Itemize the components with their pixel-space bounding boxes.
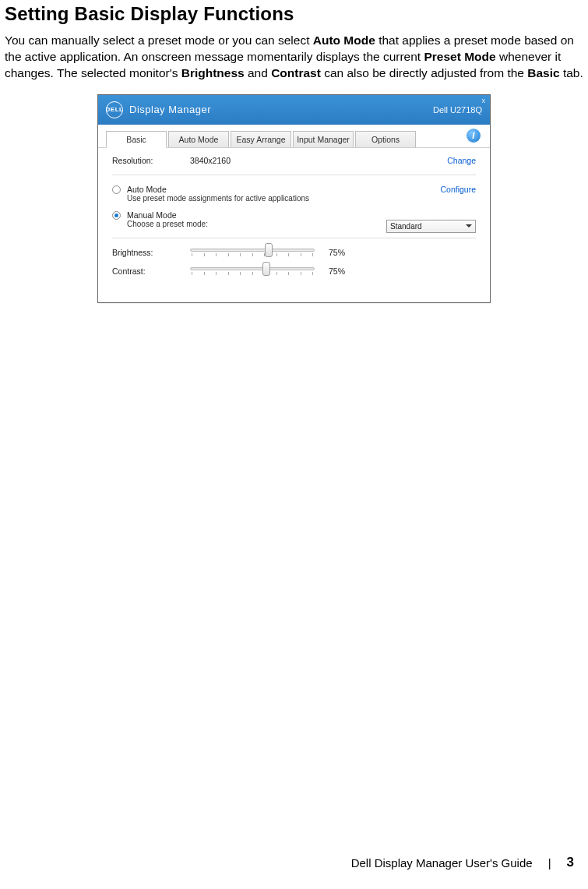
title-bar: DELL Display Manager Dell U2718Q x — [98, 95, 490, 125]
auto-mode-subtitle: Use preset mode assignments for active a… — [127, 194, 309, 203]
contrast-label: Contrast: — [112, 266, 190, 276]
change-resolution-link[interactable]: Change — [447, 156, 476, 165]
contrast-row: Contrast: 75% — [112, 266, 476, 276]
tab-easy-arrange[interactable]: Easy Arrange — [231, 131, 291, 147]
preset-mode-term: Preset Mode — [424, 50, 495, 63]
auto-mode-title: Auto Mode — [127, 185, 309, 194]
chevron-down-icon — [466, 224, 472, 228]
basic-term: Basic — [527, 66, 559, 79]
manual-mode-radio[interactable] — [112, 211, 121, 220]
intro-text: You can manually select a preset mode or… — [5, 34, 313, 47]
dell-logo-icon: DELL — [106, 101, 123, 118]
close-icon[interactable]: x — [482, 97, 486, 104]
manual-mode-option: Manual Mode Choose a preset mode: Standa… — [112, 210, 476, 228]
contrast-thumb[interactable] — [262, 262, 270, 276]
section-heading: Setting Basic Display Functions — [5, 3, 583, 25]
tab-bar: Basic Auto Mode Easy Arrange Input Manag… — [98, 125, 490, 148]
intro-paragraph: You can manually select a preset mode or… — [5, 33, 583, 82]
intro-text: tab. — [560, 66, 583, 79]
basic-panel: Resolution: 3840x2160 Change Auto Mode U… — [98, 148, 490, 302]
brightness-value: 75% — [329, 248, 345, 257]
preset-mode-select[interactable]: Standard — [386, 220, 476, 233]
contrast-value: 75% — [329, 266, 345, 276]
brightness-label: Brightness: — [112, 248, 190, 257]
contrast-slider[interactable] — [190, 267, 315, 275]
separator — [112, 238, 476, 238]
footer-guide-title: Dell Display Manager User's Guide — [351, 856, 533, 870]
contrast-term: Contrast — [271, 66, 321, 79]
manual-mode-title: Manual Mode — [127, 210, 208, 220]
brightness-row: Brightness: 75% — [112, 248, 476, 257]
tab-input-manager[interactable]: Input Manager — [293, 131, 354, 147]
app-title: Display Manager — [129, 104, 211, 115]
brightness-thumb[interactable] — [265, 243, 273, 257]
brightness-term: Brightness — [181, 66, 245, 79]
preset-mode-selected: Standard — [390, 222, 422, 231]
auto-mode-radio[interactable] — [112, 185, 121, 194]
brightness-slider[interactable] — [190, 249, 315, 256]
separator — [112, 175, 476, 175]
intro-text: and — [245, 66, 271, 79]
tab-auto-mode[interactable]: Auto Mode — [168, 131, 229, 147]
page-number: 3 — [567, 855, 574, 870]
page-footer: Dell Display Manager User's Guide | 3 — [351, 855, 574, 870]
tab-basic[interactable]: Basic — [106, 131, 167, 148]
footer-divider: | — [548, 856, 551, 870]
resolution-label: Resolution: — [112, 156, 190, 165]
intro-text: can also be directly adjusted from the — [321, 66, 527, 79]
auto-mode-term: Auto Mode — [313, 34, 375, 47]
auto-mode-option: Auto Mode Use preset mode assignments fo… — [112, 185, 476, 203]
app-window: DELL Display Manager Dell U2718Q x Basic… — [97, 94, 491, 303]
resolution-row: Resolution: 3840x2160 Change — [112, 156, 476, 165]
manual-mode-subtitle: Choose a preset mode: — [127, 220, 208, 228]
tab-options[interactable]: Options — [355, 131, 416, 147]
info-icon[interactable]: i — [467, 129, 481, 143]
resolution-value: 3840x2160 — [190, 156, 283, 165]
monitor-model: Dell U2718Q — [433, 105, 482, 115]
configure-link[interactable]: Configure — [440, 185, 476, 194]
